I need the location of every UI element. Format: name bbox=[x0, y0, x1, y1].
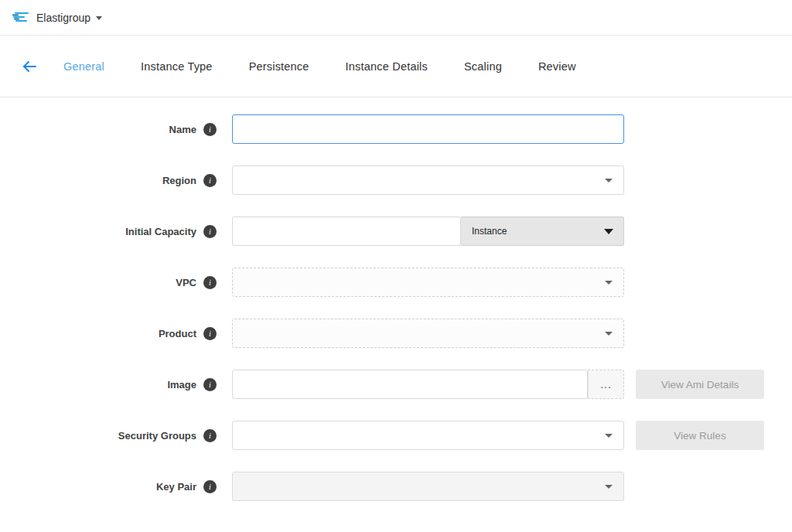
back-arrow-icon[interactable] bbox=[22, 60, 37, 73]
chevron-down-icon bbox=[604, 229, 613, 234]
capacity-unit-value: Instance bbox=[472, 226, 507, 237]
initial-capacity-input[interactable] bbox=[232, 217, 461, 246]
form-row-initial-capacity: Initial Capacity i Instance bbox=[0, 217, 792, 246]
form-row-vpc: VPC i bbox=[0, 268, 792, 297]
product-label: Product bbox=[159, 328, 196, 339]
tab-review[interactable]: Review bbox=[538, 60, 576, 73]
elastigroup-logo-icon bbox=[12, 10, 31, 26]
name-input[interactable] bbox=[232, 114, 624, 144]
initial-capacity-label: Initial Capacity bbox=[125, 226, 196, 237]
chevron-down-icon bbox=[605, 485, 613, 489]
region-label: Region bbox=[162, 175, 196, 186]
tab-instance-type[interactable]: Instance Type bbox=[141, 60, 213, 73]
key-pair-label: Key Pair bbox=[156, 481, 196, 493]
name-label: Name bbox=[169, 124, 196, 135]
security-groups-info-icon[interactable]: i bbox=[203, 429, 217, 442]
view-ami-details-button[interactable]: View Ami Details bbox=[636, 370, 764, 399]
product-info-icon[interactable]: i bbox=[203, 327, 217, 340]
form-row-key-pair: Key Pair i bbox=[0, 472, 792, 501]
initial-capacity-info-icon[interactable]: i bbox=[203, 225, 217, 238]
form-row-security-groups: Security Groups i View Rules bbox=[0, 421, 792, 450]
chevron-down-icon bbox=[605, 281, 613, 285]
key-pair-info-icon[interactable]: i bbox=[203, 480, 217, 493]
form-row-product: Product i bbox=[0, 319, 792, 348]
key-pair-select[interactable] bbox=[232, 472, 624, 501]
tab-instance-details[interactable]: Instance Details bbox=[346, 60, 428, 73]
security-groups-label: Security Groups bbox=[118, 430, 196, 442]
region-info-icon[interactable]: i bbox=[203, 174, 217, 187]
image-label: Image bbox=[167, 379, 196, 390]
app-header: Elastigroup bbox=[0, 0, 792, 36]
chevron-down-icon[interactable] bbox=[96, 16, 102, 20]
view-rules-button[interactable]: View Rules bbox=[636, 421, 764, 450]
chevron-down-icon bbox=[605, 332, 613, 336]
tab-scaling[interactable]: Scaling bbox=[464, 60, 502, 73]
image-info-icon[interactable]: i bbox=[203, 378, 217, 391]
form-row-name: Name i bbox=[0, 114, 792, 144]
image-browse-button[interactable]: ... bbox=[588, 370, 624, 399]
image-input[interactable] bbox=[232, 370, 588, 399]
wizard-tabs: General Instance Type Persistence Instan… bbox=[63, 60, 613, 73]
vpc-info-icon[interactable]: i bbox=[203, 276, 217, 289]
wizard-tabbar: General Instance Type Persistence Instan… bbox=[0, 36, 792, 97]
chevron-down-icon bbox=[605, 179, 613, 182]
app-switcher[interactable]: Elastigroup bbox=[36, 12, 90, 24]
form-row-image: Image i ... View Ami Details bbox=[0, 370, 792, 399]
name-info-icon[interactable]: i bbox=[203, 123, 217, 136]
region-select[interactable] bbox=[232, 165, 624, 195]
form-row-region: Region i bbox=[0, 165, 792, 195]
product-select[interactable] bbox=[232, 319, 624, 348]
general-form: Name i Region i Initial Capacity i Insta… bbox=[0, 97, 792, 501]
tab-persistence[interactable]: Persistence bbox=[249, 60, 309, 73]
chevron-down-icon bbox=[605, 434, 613, 438]
tab-general[interactable]: General bbox=[63, 60, 104, 73]
capacity-unit-select[interactable]: Instance bbox=[461, 217, 624, 246]
vpc-select[interactable] bbox=[232, 268, 624, 297]
vpc-label: VPC bbox=[176, 277, 196, 288]
security-groups-select[interactable] bbox=[232, 421, 624, 450]
